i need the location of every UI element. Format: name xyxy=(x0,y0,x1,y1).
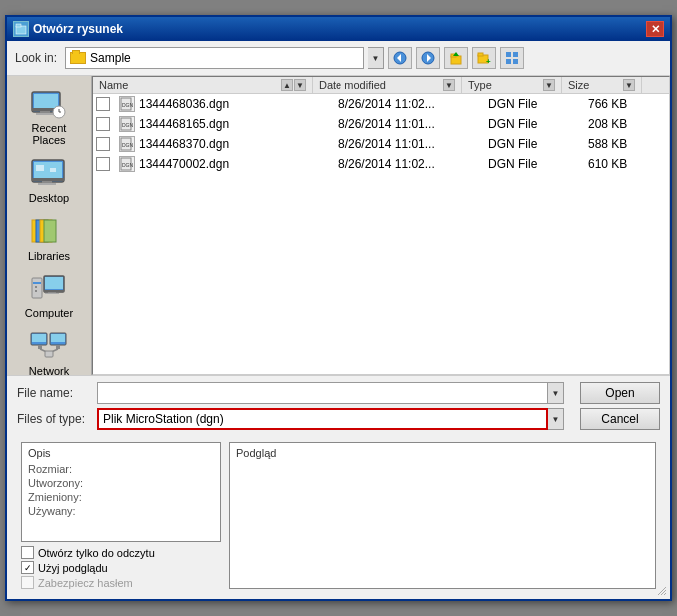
file-rows: DGN1344468036.dgn8/26/2014 11:02...DGN F… xyxy=(93,94,669,174)
files-of-type-combo[interactable]: Plik MicroStation (dgn) xyxy=(97,408,548,430)
file-type-cell: DGN File xyxy=(482,136,582,152)
sidebar-label-libraries: Libraries xyxy=(28,250,70,262)
info-section: Opis Rozmiar: Utworzony: Zmieniony: xyxy=(17,438,660,593)
file-checkbox[interactable] xyxy=(96,117,110,131)
table-row[interactable]: DGN1344468036.dgn8/26/2014 11:02...DGN F… xyxy=(93,94,669,114)
file-date-cell: 8/26/2014 11:01... xyxy=(333,136,482,152)
checkbox-password xyxy=(21,576,34,589)
checkbox-row: ✓Użyj podglądu xyxy=(21,561,221,574)
file-name-text: 1344468370.dgn xyxy=(139,137,229,151)
file-checkbox[interactable] xyxy=(96,157,110,171)
open-button[interactable]: Open xyxy=(580,382,660,404)
new-folder-button[interactable]: + xyxy=(472,47,496,69)
sidebar-label-desktop: Desktop xyxy=(29,192,69,204)
look-in-combo[interactable]: Sample xyxy=(65,47,364,69)
filetype-row: Files of type: Plik MicroStation (dgn) ▼… xyxy=(17,408,660,430)
look-in-dropdown-btn[interactable]: ▼ xyxy=(368,47,384,69)
rozmiar-row: Rozmiar: xyxy=(28,463,214,475)
libraries-icon xyxy=(29,216,69,248)
col-size-label: Size xyxy=(568,79,589,91)
utworzony-row: Utworzony: xyxy=(28,477,214,489)
svg-rect-43 xyxy=(35,290,37,292)
utworzony-label: Utworzony: xyxy=(28,477,98,489)
uzywany-label: Używany: xyxy=(28,505,98,517)
zmieniony-row: Zmieniony: xyxy=(28,491,214,503)
sidebar-item-desktop[interactable]: Desktop xyxy=(10,154,88,208)
chevron-down-icon: ▼ xyxy=(372,54,380,63)
file-size-cell: 766 KB xyxy=(582,96,662,112)
file-type-cell: DGN File xyxy=(482,156,582,172)
sidebar-item-libraries[interactable]: Libraries xyxy=(10,212,88,266)
back-button[interactable] xyxy=(388,47,412,69)
col-header-size[interactable]: Size ▼ xyxy=(562,77,642,93)
file-checkbox[interactable] xyxy=(96,97,110,111)
opis-title: Opis xyxy=(28,447,214,459)
col-sort-size-btn[interactable]: ▼ xyxy=(623,79,635,91)
desktop-icon xyxy=(29,158,69,190)
sidebar-label-computer: Computer xyxy=(25,308,73,319)
svg-rect-14 xyxy=(506,59,511,64)
forward-button[interactable] xyxy=(416,47,440,69)
sidebar-item-computer[interactable]: Computer xyxy=(10,270,88,323)
computer-icon xyxy=(29,274,69,306)
views-button[interactable] xyxy=(500,47,524,69)
close-button[interactable]: ✕ xyxy=(646,21,664,37)
checkbox-label-preview: Użyj podglądu xyxy=(38,562,108,574)
svg-text:DGN: DGN xyxy=(122,102,134,108)
files-of-type-value: Plik MicroStation (dgn) xyxy=(103,412,224,426)
file-size-cell: 208 KB xyxy=(582,116,662,132)
svg-line-63 xyxy=(664,593,666,595)
svg-rect-30 xyxy=(50,168,56,172)
dgn-file-icon: DGN xyxy=(119,116,135,132)
checkbox-preview[interactable]: ✓ xyxy=(21,561,34,574)
svg-rect-1 xyxy=(16,24,21,27)
file-name-cell: DGN1344468370.dgn xyxy=(113,135,333,153)
svg-rect-41 xyxy=(33,282,41,284)
checkbox-read-only[interactable] xyxy=(21,546,34,559)
svg-rect-26 xyxy=(32,178,64,181)
files-of-type-dropdown-btn[interactable]: ▼ xyxy=(548,408,564,430)
table-row[interactable]: DGN1344468370.dgn8/26/2014 11:01...DGN F… xyxy=(93,134,669,154)
resize-handle[interactable] xyxy=(656,585,668,597)
checkbox-row: Otwórz tylko do odczytu xyxy=(21,546,221,559)
file-size-cell: 610 KB xyxy=(582,156,662,172)
svg-text:DGN: DGN xyxy=(122,142,134,148)
sidebar-item-network[interactable]: Network xyxy=(10,327,88,381)
svg-rect-19 xyxy=(40,111,50,113)
sidebar-item-recent-places[interactable]: Recent Places xyxy=(10,84,88,150)
svg-rect-28 xyxy=(38,183,56,185)
col-header-date[interactable]: Date modified ▼ xyxy=(313,77,462,93)
cancel-button[interactable]: Cancel xyxy=(580,408,660,430)
file-name-cell: DGN1344468165.dgn xyxy=(113,115,333,133)
svg-rect-37 xyxy=(44,290,64,292)
col-header-name[interactable]: Name ▲ ▼ xyxy=(93,77,313,93)
file-name-input[interactable] xyxy=(97,382,548,404)
chevron-down-icon: ▼ xyxy=(552,415,560,424)
col-sort-date-btn[interactable]: ▼ xyxy=(443,79,455,91)
col-filter-name-btn[interactable]: ▼ xyxy=(294,79,306,91)
col-header-type[interactable]: Type ▼ xyxy=(462,77,562,93)
file-list-area[interactable]: Name ▲ ▼ Date modified ▼ Type ▼ xyxy=(92,76,670,375)
up-folder-button[interactable] xyxy=(444,47,468,69)
col-sort-name-btn[interactable]: ▲ xyxy=(281,79,293,91)
title-bar-left: Otwórz rysunek xyxy=(13,21,123,37)
file-type-cell: DGN File xyxy=(482,96,582,112)
table-row[interactable]: DGN1344470002.dgn8/26/2014 11:02...DGN F… xyxy=(93,154,669,174)
svg-text:DGN: DGN xyxy=(122,122,134,128)
svg-rect-42 xyxy=(35,286,37,288)
svg-rect-39 xyxy=(45,293,59,294)
buttons-col: Open xyxy=(572,382,660,404)
col-date-label: Date modified xyxy=(319,79,386,91)
svg-rect-49 xyxy=(56,345,60,349)
table-row[interactable]: DGN1344468165.dgn8/26/2014 11:01...DGN F… xyxy=(93,114,669,134)
dgn-file-icon: DGN xyxy=(119,136,135,152)
rozmiar-label: Rozmiar: xyxy=(28,463,98,475)
toolbar: Look in: Sample ▼ xyxy=(7,41,670,76)
bottom-section: File name: ▼ Open Files of type: Plik Mi… xyxy=(7,375,670,599)
file-checkbox[interactable] xyxy=(96,137,110,151)
svg-rect-47 xyxy=(51,334,65,342)
files-of-type-label: Files of type: xyxy=(17,412,97,426)
col-sort-type-btn[interactable]: ▼ xyxy=(543,79,555,91)
file-name-dropdown-btn[interactable]: ▼ xyxy=(548,382,564,404)
svg-rect-29 xyxy=(36,165,44,171)
